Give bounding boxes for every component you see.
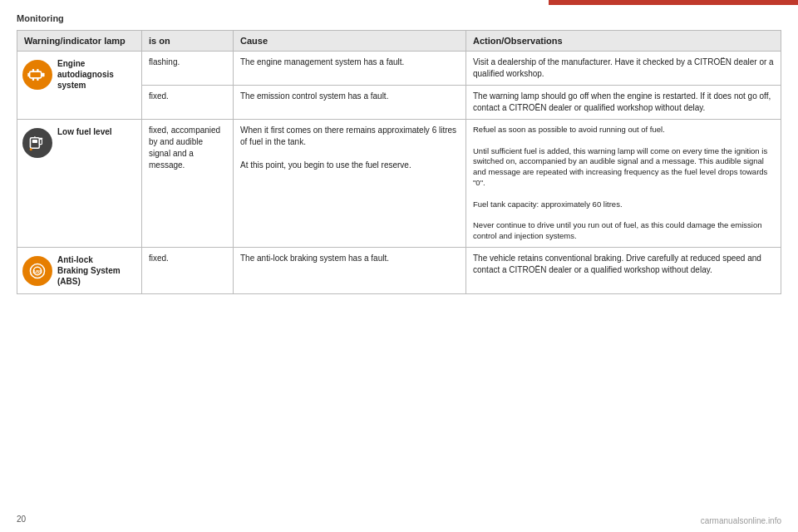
warning-lamp-content: Engineautodiagnosissystem [22, 58, 136, 91]
svg-rect-4 [27, 73, 29, 77]
engine-icon-circle [22, 60, 52, 90]
watermark: carmanualsonline.info [701, 516, 781, 525]
header-action: Action/Observations [466, 31, 781, 52]
warning-lamp-cell: Engineautodiagnosissystem [17, 52, 142, 120]
page-number: 20 [17, 515, 26, 524]
section-title: Monitoring [17, 13, 781, 23]
engine-warning-name: Engineautodiagnosissystem [57, 58, 114, 91]
svg-rect-9 [39, 139, 42, 144]
cause-cell: The emission control system has a fault. [234, 86, 466, 120]
is-on-cell: fixed. [142, 86, 234, 120]
header-cause: Cause [234, 31, 466, 52]
action-cell: The warning lamp should go off when the … [466, 86, 781, 120]
svg-rect-2 [32, 69, 34, 72]
warning-lamp-cell: ABS Anti-lockBraking System(ABS) [17, 247, 142, 293]
fuel-icon [26, 131, 49, 155]
warning-lamp-content: ABS Anti-lockBraking System(ABS) [22, 254, 136, 287]
warning-lamp-content: Low fuel level [22, 126, 136, 158]
svg-rect-3 [37, 69, 38, 72]
svg-point-12 [30, 148, 32, 150]
svg-text:ABS: ABS [32, 269, 42, 274]
action-cell: The vehicle retains conventional braking… [466, 247, 781, 293]
header-warning-lamp: Warning/indicator lamp [17, 31, 142, 52]
abs-icon: ABS [26, 259, 49, 283]
fuel-warning-name: Low fuel level [57, 126, 112, 137]
warning-table: Warning/indicator lamp is on Cause Actio… [17, 30, 781, 294]
cause-cell: The engine management system has a fault… [234, 52, 466, 86]
svg-rect-1 [42, 73, 45, 77]
abs-icon-circle: ABS [22, 256, 52, 286]
svg-rect-5 [32, 78, 34, 81]
is-on-cell: fixed. [142, 247, 234, 293]
table-row: ABS Anti-lockBraking System(ABS) fixed. … [17, 247, 781, 293]
fuel-icon-circle [22, 128, 52, 158]
header-is-on: is on [142, 31, 234, 52]
is-on-cell: flashing. [142, 52, 234, 86]
svg-rect-10 [39, 138, 42, 140]
svg-rect-6 [37, 78, 38, 81]
page: Monitoring Warning/indicator lamp is on … [0, 0, 798, 532]
engine-icon [26, 63, 49, 86]
abs-warning-name: Anti-lockBraking System(ABS) [57, 254, 121, 287]
warning-lamp-cell: Low fuel level [17, 120, 142, 248]
action-cell: Refuel as soon as possible to avoid runn… [466, 120, 781, 248]
action-cell: Visit a dealership of the manufacturer. … [466, 52, 781, 86]
table-row: Engineautodiagnosissystem flashing. The … [17, 52, 781, 86]
svg-rect-8 [32, 140, 37, 143]
is-on-cell: fixed, accompanied by and audible signal… [142, 120, 234, 248]
top-bar-accent [549, 0, 798, 5]
cause-cell: The anti-lock braking system has a fault… [234, 247, 466, 293]
cause-cell: When it first comes on there remains app… [234, 120, 466, 248]
table-row: Low fuel level fixed, accompanied by and… [17, 120, 781, 248]
svg-rect-0 [30, 71, 42, 78]
